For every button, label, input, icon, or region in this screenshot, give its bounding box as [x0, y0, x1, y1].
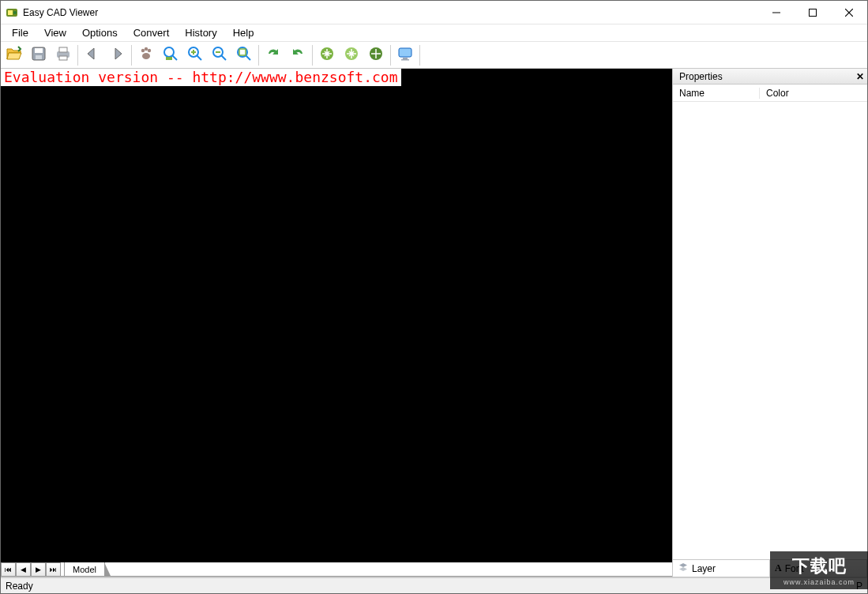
svg-line-18	[172, 55, 177, 60]
properties-title: Properties	[679, 71, 723, 82]
view-reset-button[interactable]	[364, 43, 388, 67]
tab-first-button[interactable]: ⏮	[1, 562, 16, 577]
pan-button[interactable]	[134, 43, 158, 67]
tab-font[interactable]: A Font	[770, 560, 867, 577]
svg-point-13	[141, 49, 145, 52]
rotate-ccw-icon	[342, 44, 361, 66]
rotate-cw-icon	[318, 44, 336, 66]
tab-model[interactable]: Model	[64, 562, 105, 577]
titlebar: Easy CAD Viewer	[1, 1, 867, 24]
properties-header: Properties ✕	[673, 69, 867, 85]
app-title: Easy CAD Viewer	[23, 7, 98, 18]
layers-icon	[678, 562, 689, 575]
svg-point-15	[148, 49, 151, 52]
menu-view[interactable]: View	[36, 25, 74, 40]
svg-rect-32	[401, 59, 409, 61]
svg-line-21	[197, 55, 201, 60]
properties-tabs: Layer A Font	[673, 559, 867, 577]
menu-history[interactable]: History	[177, 25, 224, 40]
zoom-out-button[interactable]	[208, 43, 231, 67]
properties-columns: Name Color	[673, 85, 867, 102]
svg-rect-12	[59, 56, 67, 60]
svg-point-14	[145, 47, 148, 51]
toolbar-separator	[312, 45, 314, 66]
window-close-button[interactable]	[831, 1, 867, 24]
zoom-extents-button[interactable]	[159, 43, 182, 67]
svg-point-2	[13, 11, 17, 14]
rotate-cw-button[interactable]	[315, 43, 339, 67]
toolbar-separator	[258, 45, 260, 66]
model-tabstrip: ⏮ ◀ ▶ ⏭ Model	[1, 562, 672, 577]
svg-rect-1	[8, 10, 13, 15]
open-button[interactable]	[2, 43, 26, 67]
toolbar-separator	[77, 45, 79, 66]
font-icon: A	[775, 562, 782, 574]
tab-layer[interactable]: Layer	[673, 560, 770, 577]
column-name[interactable]: Name	[673, 88, 760, 99]
tab-font-label: Font	[785, 563, 804, 574]
save-button[interactable]	[27, 43, 51, 67]
window-minimize-button[interactable]	[758, 1, 795, 24]
tab-label: Model	[73, 565, 96, 574]
toolbar-separator	[419, 45, 421, 66]
tab-layer-label: Layer	[692, 563, 716, 574]
paw-icon	[137, 44, 156, 66]
zoom-extents-icon	[161, 44, 180, 66]
zoom-in-button[interactable]	[183, 43, 207, 67]
status-right: P	[856, 581, 862, 592]
evaluation-banner: Evaluation version -- http://wwww.benzso…	[1, 69, 401, 86]
properties-panel: Properties ✕ Name Color Layer A Font	[673, 69, 867, 577]
menu-options[interactable]: Options	[74, 25, 126, 40]
menu-file[interactable]: File	[4, 25, 36, 40]
drawing-canvas[interactable]: Evaluation version -- http://wwww.benzso…	[1, 69, 672, 562]
column-color[interactable]: Color	[760, 88, 867, 99]
undo-button[interactable]	[286, 43, 310, 67]
rotate-ccw-button[interactable]	[340, 43, 363, 67]
toolbar-separator	[131, 45, 133, 66]
properties-close-button[interactable]: ✕	[853, 71, 867, 82]
svg-line-25	[246, 55, 250, 60]
forward-button[interactable]	[105, 43, 129, 67]
zoom-in-icon	[186, 44, 205, 66]
redo-icon	[264, 44, 283, 66]
zoom-window-button[interactable]	[232, 43, 256, 67]
tab-last-button[interactable]: ⏭	[46, 562, 61, 577]
toolbar-separator	[390, 45, 392, 66]
svg-line-23	[221, 55, 226, 60]
save-icon	[29, 44, 48, 66]
redo-button[interactable]	[261, 43, 285, 67]
svg-rect-9	[36, 55, 42, 59]
svg-rect-31	[403, 58, 408, 59]
print-button[interactable]	[51, 43, 75, 67]
svg-rect-4	[810, 9, 817, 16]
svg-rect-19	[166, 57, 172, 60]
status-text: Ready	[6, 581, 33, 592]
window-maximize-button[interactable]	[795, 1, 831, 24]
svg-rect-30	[399, 48, 411, 57]
tab-next-button[interactable]: ▶	[31, 562, 46, 577]
svg-point-16	[142, 53, 150, 59]
forward-icon	[107, 44, 126, 66]
zoom-out-icon	[210, 44, 229, 66]
tab-prev-button[interactable]: ◀	[16, 562, 31, 577]
open-icon	[5, 44, 24, 66]
menu-help[interactable]: Help	[225, 25, 262, 40]
zoom-window-icon	[235, 44, 254, 66]
back-icon	[83, 44, 102, 66]
svg-rect-11	[59, 47, 67, 52]
about-button[interactable]	[393, 43, 417, 67]
properties-body	[673, 102, 867, 559]
statusbar: Ready P	[1, 577, 867, 593]
app-icon	[6, 6, 18, 19]
svg-rect-26	[239, 49, 246, 55]
svg-rect-8	[35, 48, 43, 53]
menubar: File View Options Convert History Help	[1, 24, 867, 42]
view-reset-icon	[366, 44, 385, 66]
toolbar	[1, 42, 867, 69]
monitor-icon	[396, 44, 415, 66]
menu-convert[interactable]: Convert	[126, 25, 178, 40]
undo-icon	[288, 44, 307, 66]
back-button[interactable]	[81, 43, 104, 67]
print-icon	[54, 44, 73, 66]
